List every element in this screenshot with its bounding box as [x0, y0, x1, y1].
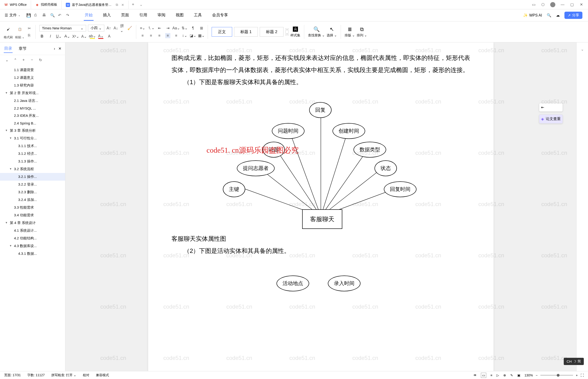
close-window-icon[interactable]: ✕: [579, 2, 583, 7]
style-heading2[interactable]: 标题 2: [260, 27, 284, 37]
menu-insert[interactable]: 插入: [102, 10, 112, 21]
search-icon[interactable]: 🔍: [547, 13, 551, 17]
menu-start[interactable]: 开始: [84, 10, 94, 21]
outline-item[interactable]: 3.3 性能需求: [0, 204, 65, 211]
bullet-list-icon[interactable]: ≡⌄: [140, 26, 145, 31]
select-group[interactable]: ↖ 选择 ⌄: [327, 26, 337, 37]
save-icon[interactable]: 💾: [26, 13, 31, 18]
preview-icon[interactable]: 🔍: [50, 13, 55, 18]
outline-item[interactable]: ▼3.2 系统流程: [0, 165, 65, 173]
paste-icon[interactable]: 📋: [15, 24, 25, 34]
remove-icon[interactable]: −: [29, 57, 34, 63]
tab-icon[interactable]: ⊞: [199, 26, 204, 31]
superscript-icon[interactable]: X²⌄: [73, 34, 78, 39]
collapse-down-icon[interactable]: ⌄: [4, 57, 9, 63]
style-set-group[interactable]: 🅰 样式集: [290, 26, 300, 37]
change-case-icon[interactable]: Aa⌄: [174, 26, 179, 31]
fullscreen-icon[interactable]: ⛶: [581, 373, 584, 377]
underline-icon[interactable]: U⌄: [56, 34, 61, 39]
share-button[interactable]: ↗ 分享: [564, 12, 582, 19]
menu-tools[interactable]: 工具: [193, 10, 203, 21]
zoom-out-icon[interactable]: −: [536, 373, 538, 377]
page-info[interactable]: 页面: 17/31: [4, 373, 21, 377]
caret-icon[interactable]: ▼: [5, 221, 8, 224]
increase-font-icon[interactable]: A↑: [106, 26, 111, 31]
caret-icon[interactable]: ▼: [9, 167, 12, 170]
zoom-slider[interactable]: [540, 375, 573, 376]
outline-item[interactable]: 4.1 系统设计...: [0, 227, 65, 235]
add-tab-button[interactable]: +: [129, 2, 138, 7]
cut-icon[interactable]: ✂: [27, 26, 32, 31]
style-heading1[interactable]: 标题 1: [234, 27, 258, 37]
border-icon[interactable]: ▦⌄: [199, 33, 204, 38]
pen-icon[interactable]: ✎: [510, 373, 513, 377]
collapse-up-icon[interactable]: ⌃: [13, 57, 18, 63]
layout-icon[interactable]: ▭: [532, 2, 536, 7]
file-menu[interactable]: ☰ 文件 ⌄: [2, 13, 23, 18]
font-size-select[interactable]: 小四⌄: [88, 25, 104, 32]
phonetic-icon[interactable]: 拼⌄: [120, 26, 125, 31]
italic-icon[interactable]: I: [48, 34, 53, 39]
style-scroll[interactable]: ⌃⌄: [285, 29, 289, 35]
increase-indent-icon[interactable]: ⇥: [165, 26, 170, 31]
outline-item[interactable]: 1.1 课题背景: [0, 66, 65, 74]
outline-item[interactable]: 1.3 研究内容: [0, 81, 65, 89]
outline-item[interactable]: ▼4.3 数据库设...: [0, 242, 65, 250]
outline-item[interactable]: 4.3.1 数据...: [0, 250, 65, 258]
distribute-icon[interactable]: ≡: [174, 33, 179, 38]
font-color-icon[interactable]: A⌄: [98, 34, 103, 39]
eye-icon[interactable]: 👁: [473, 373, 477, 377]
outline-item[interactable]: 3.1.2 经济...: [0, 150, 65, 158]
outline-item[interactable]: 3.1.3 操作...: [0, 158, 65, 165]
refresh-icon[interactable]: ↻: [38, 57, 43, 63]
outline-item[interactable]: 2.2 MYSQL ...: [0, 105, 65, 112]
tab-template[interactable]: ◆ 找稻壳模板: [31, 0, 62, 9]
compat-mode[interactable]: 兼容模式: [96, 373, 109, 377]
caret-icon[interactable]: ▼: [9, 244, 12, 247]
para-mark-icon[interactable]: ¶: [190, 26, 196, 31]
outline-item[interactable]: 2.4 Spring B...: [0, 120, 65, 127]
tab-document[interactable]: W 基于Java的志愿者服务管理系统 ⧉ ✕: [62, 0, 129, 9]
copy-icon[interactable]: ⎘: [27, 33, 32, 38]
char-border-icon[interactable]: A: [107, 34, 112, 39]
zoom-label[interactable]: 130%: [524, 373, 533, 377]
arrange-group[interactable]: ⧉ 排列 ⌄: [357, 26, 367, 37]
font-name-select[interactable]: Times New Roman⌄: [39, 25, 86, 32]
caret-icon[interactable]: ▼: [5, 129, 8, 132]
outline-item[interactable]: 4.2 功能结构...: [0, 235, 65, 242]
redo-icon[interactable]: ↷: [66, 13, 71, 18]
wps-ai-button[interactable]: ✨ WPS AI: [523, 13, 542, 17]
menu-review[interactable]: 审阅: [157, 10, 166, 21]
outline-item[interactable]: 2.1 Java 语言...: [0, 97, 65, 105]
app-tab[interactable]: W WPS Office: [0, 0, 31, 9]
style-normal[interactable]: 正文: [212, 27, 232, 37]
cloud-icon[interactable]: ☁: [556, 13, 560, 17]
sort-icon[interactable]: ⇅⌄: [182, 26, 187, 31]
chevron-right-icon[interactable]: ›: [54, 47, 55, 51]
outline-item[interactable]: 3.2.4 添加...: [0, 196, 65, 204]
rail-chevron-icon[interactable]: ⌄: [581, 47, 584, 51]
maximize-icon[interactable]: ▢: [570, 2, 574, 7]
format-brush-icon[interactable]: 🖌: [3, 24, 13, 34]
text-effect-icon[interactable]: A⌄: [82, 34, 86, 39]
strikethrough-icon[interactable]: A⌄: [65, 34, 70, 39]
zoom-in-icon[interactable]: +: [576, 373, 578, 377]
justify-icon[interactable]: ≡: [165, 33, 170, 38]
outline-item[interactable]: 3.2.2 登录...: [0, 181, 65, 188]
avatar-icon[interactable]: [550, 2, 555, 7]
outline-item[interactable]: 3.2.1 操作...: [0, 173, 65, 181]
close-icon[interactable]: ✕: [58, 46, 61, 51]
menu-page[interactable]: 页面: [120, 10, 130, 21]
float-expand-button[interactable]: ⇤: [539, 103, 563, 112]
find-replace-group[interactable]: 🔍 查找替换 ⌄: [308, 26, 325, 37]
add-icon[interactable]: +: [21, 57, 26, 63]
word-count[interactable]: 字数: 11127: [27, 373, 45, 377]
number-list-icon[interactable]: ⒈⌄: [148, 26, 153, 31]
outline-item[interactable]: ▼第 3 章 系统分析: [0, 127, 65, 134]
outline-view-icon[interactable]: ≡: [490, 373, 492, 377]
clear-format-icon[interactable]: 🧹: [127, 26, 132, 31]
outline-item[interactable]: 2.3 IDEA 开发...: [0, 112, 65, 120]
read-view-icon[interactable]: ▷: [497, 373, 499, 377]
caret-icon[interactable]: ▼: [9, 137, 12, 139]
highlight-icon[interactable]: ab⌄: [90, 34, 95, 39]
